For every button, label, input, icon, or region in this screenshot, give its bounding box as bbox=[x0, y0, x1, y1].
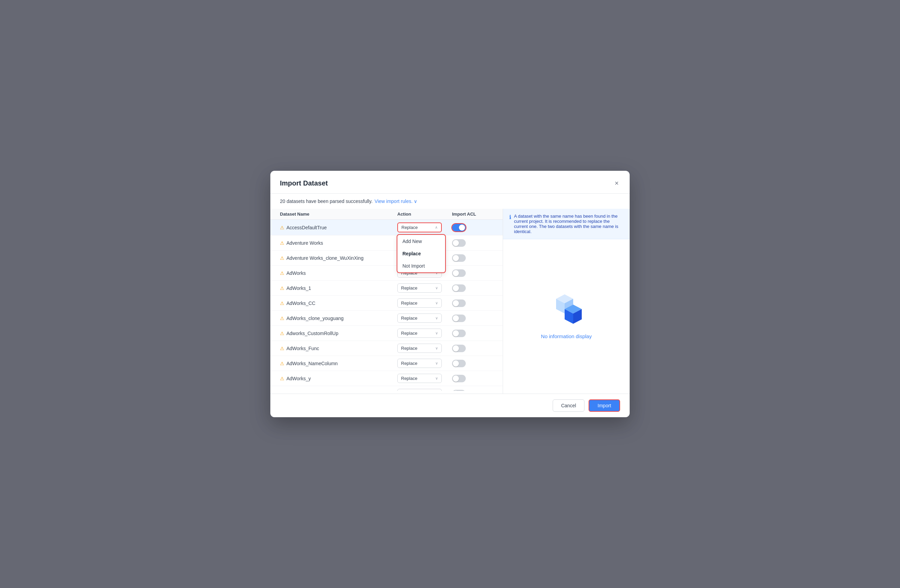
table-row: ⚠AdWorks_CCReplace∨ bbox=[270, 296, 503, 311]
cube-illustration bbox=[546, 294, 587, 328]
dataset-name-text: Adworks_CustomRollUp bbox=[286, 330, 338, 336]
acl-toggle[interactable] bbox=[452, 239, 466, 247]
chevron-down-icon: ∨ bbox=[435, 331, 438, 335]
acl-toggle[interactable] bbox=[452, 269, 466, 277]
action-dropdown[interactable]: Replace∨ bbox=[397, 329, 442, 338]
table-row: ⚠AdWorks_yReplace∨ bbox=[270, 371, 503, 386]
table-row: ⚠AccessDefaultTrueReplace∧Add NewReplace… bbox=[270, 220, 503, 236]
action-dropdown[interactable]: Replace∨ bbox=[397, 389, 442, 391]
action-dropdown[interactable]: Replace∨ bbox=[397, 298, 442, 308]
action-dropdown[interactable]: Replace∨ bbox=[397, 344, 442, 353]
dataset-name-text: AdWorks_CC bbox=[286, 301, 315, 306]
warning-icon: ⚠ bbox=[280, 361, 284, 366]
dataset-name-text: AdWorks_Func bbox=[286, 346, 319, 351]
warning-icon: ⚠ bbox=[280, 225, 284, 230]
action-dropdown[interactable]: Replace∨ bbox=[397, 283, 442, 293]
chevron-down-icon: ∨ bbox=[435, 301, 438, 305]
acl-toggle[interactable] bbox=[452, 330, 466, 337]
acl-toggle-cell bbox=[452, 360, 493, 367]
dataset-name-cell: ⚠Adworks_CustomRollUp bbox=[280, 330, 397, 336]
col-header-acl: Import ACL bbox=[452, 211, 493, 217]
action-dropdown[interactable]: Replace∨ bbox=[397, 374, 442, 383]
acl-toggle-cell bbox=[452, 254, 493, 262]
warning-icon: ⚠ bbox=[280, 346, 284, 351]
chevron-down-icon: ∨ bbox=[435, 346, 438, 351]
info-banner: ℹ A dataset with the same name has been … bbox=[503, 209, 630, 239]
acl-toggle[interactable] bbox=[452, 375, 466, 382]
right-panel: ℹ A dataset with the same name has been … bbox=[503, 209, 630, 394]
dataset-name-text: AdWorks bbox=[286, 270, 306, 276]
dataset-name-text: AdWorks_1 bbox=[286, 285, 311, 291]
warning-icon: ⚠ bbox=[280, 316, 284, 321]
acl-toggle[interactable] bbox=[452, 254, 466, 262]
acl-toggle[interactable] bbox=[452, 390, 466, 391]
chevron-down-icon: ∨ bbox=[435, 361, 438, 366]
action-dropdown[interactable]: Replace∨ bbox=[397, 359, 442, 368]
acl-toggle-cell bbox=[452, 239, 493, 247]
dataset-name-text: AccessDefaultTrue bbox=[286, 225, 327, 230]
acl-toggle-cell bbox=[452, 375, 493, 382]
view-import-rules-link[interactable]: View import rules. ∨ bbox=[375, 199, 417, 204]
dataset-name-text: Adventure Works bbox=[286, 240, 323, 246]
dataset-name-text: AdWorks_NameColumn bbox=[286, 361, 338, 366]
warning-icon: ⚠ bbox=[280, 285, 284, 291]
modal-header: Import Dataset × bbox=[270, 171, 630, 194]
dataset-name-text: AdWorks_y bbox=[286, 376, 311, 381]
acl-toggle[interactable] bbox=[452, 284, 466, 292]
dataset-name-cell: ⚠Caption_Test bbox=[280, 391, 397, 391]
dataset-name-cell: ⚠AdWorks bbox=[280, 270, 397, 276]
table-rows: ⚠AccessDefaultTrueReplace∧Add NewReplace… bbox=[270, 220, 503, 391]
table-section: Dataset Name Action Import ACL ⚠AccessDe… bbox=[270, 209, 503, 394]
action-dropdown[interactable]: Replace∧ bbox=[397, 222, 442, 233]
import-dataset-modal: Import Dataset × 20 datasets have been p… bbox=[270, 171, 630, 417]
dropdown-item[interactable]: Add New bbox=[398, 235, 445, 247]
modal-title: Import Dataset bbox=[280, 179, 328, 187]
dropdown-item[interactable]: Not Import bbox=[398, 260, 445, 272]
modal-backdrop: Import Dataset × 20 datasets have been p… bbox=[0, 0, 900, 588]
dataset-name-cell: ⚠AdWorks_1 bbox=[280, 285, 397, 291]
dataset-name-cell: ⚠AdWorks_y bbox=[280, 376, 397, 381]
no-info-text: No information display bbox=[541, 334, 592, 339]
warning-icon: ⚠ bbox=[280, 270, 284, 276]
acl-toggle[interactable] bbox=[452, 360, 466, 367]
table-row: ⚠AdWorks_clone_youguangReplace∨ bbox=[270, 311, 503, 326]
dataset-name-cell: ⚠AdWorks_CC bbox=[280, 301, 397, 306]
close-button[interactable]: × bbox=[613, 178, 620, 188]
col-header-name: Dataset Name bbox=[280, 211, 397, 217]
import-button[interactable]: Import bbox=[589, 399, 620, 412]
action-cell: Replace∨ bbox=[397, 283, 452, 293]
table-row: ⚠Adventure WorksReplace∨ bbox=[270, 236, 503, 251]
chevron-down-icon: ∨ bbox=[435, 316, 438, 320]
chevron-down-icon: ∧ bbox=[435, 225, 438, 230]
dropdown-menu: Add NewReplaceNot Import bbox=[397, 235, 445, 272]
action-cell: Replace∨ bbox=[397, 374, 452, 383]
acl-toggle-cell bbox=[452, 284, 493, 292]
warning-icon: ⚠ bbox=[280, 240, 284, 246]
action-cell: Replace∨ bbox=[397, 389, 452, 391]
acl-toggle[interactable] bbox=[452, 224, 466, 231]
modal-footer: Cancel Import bbox=[270, 394, 630, 417]
info-icon: ℹ bbox=[509, 214, 511, 234]
dataset-name-text: AdWorks_clone_youguang bbox=[286, 316, 344, 321]
table-header: Dataset Name Action Import ACL bbox=[270, 209, 503, 220]
warning-icon: ⚠ bbox=[280, 330, 284, 336]
acl-toggle-cell bbox=[452, 330, 493, 337]
acl-toggle[interactable] bbox=[452, 344, 466, 352]
table-row: ⚠Adworks_CustomRollUpReplace∨ bbox=[270, 326, 503, 341]
table-row: ⚠AdWorksReplace∨ bbox=[270, 265, 503, 281]
acl-toggle[interactable] bbox=[452, 299, 466, 307]
cancel-button[interactable]: Cancel bbox=[552, 399, 585, 412]
dropdown-item[interactable]: Replace bbox=[398, 247, 445, 260]
info-banner-text: A dataset with the same name has been fo… bbox=[514, 214, 624, 234]
dataset-name-cell: ⚠Adventure Works bbox=[280, 240, 397, 246]
modal-body: Dataset Name Action Import ACL ⚠AccessDe… bbox=[270, 209, 630, 394]
action-cell: Replace∨ bbox=[397, 298, 452, 308]
warning-icon: ⚠ bbox=[280, 255, 284, 261]
table-row: ⚠AdWorks_NameColumnReplace∨ bbox=[270, 356, 503, 371]
subheader-text: 20 datasets have been parsed successfull… bbox=[280, 199, 372, 204]
table-row: ⚠Adventure Works_clone_WuXinXingReplace∨ bbox=[270, 251, 503, 265]
dataset-name-text: Caption_Test bbox=[286, 391, 315, 391]
acl-toggle[interactable] bbox=[452, 315, 466, 322]
action-dropdown[interactable]: Replace∨ bbox=[397, 313, 442, 323]
action-cell: Replace∧Add NewReplaceNot Import bbox=[397, 222, 452, 233]
